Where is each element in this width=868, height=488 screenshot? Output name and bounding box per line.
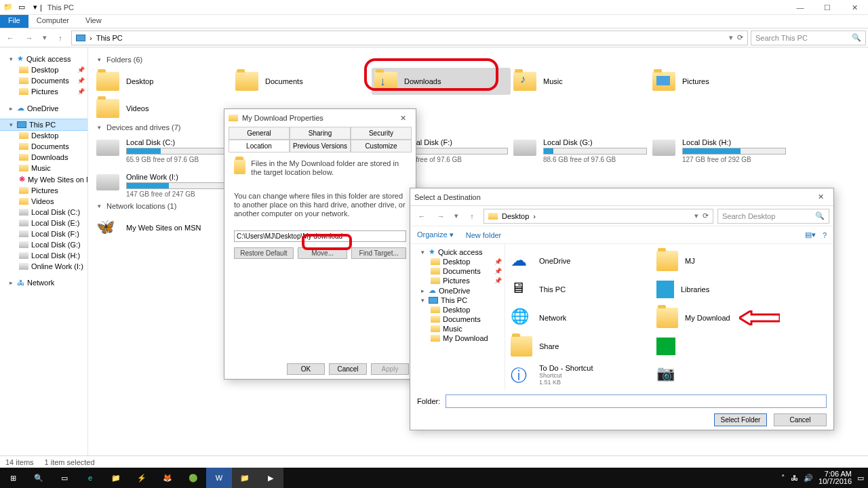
drive-i[interactable]: Online Work (I:)147 GB free of 247 GB <box>94 170 233 201</box>
tile-network[interactable]: 🌐Network <box>508 304 654 332</box>
taskbar-edge[interactable]: e <box>77 468 103 488</box>
search-input[interactable]: Search Desktop🔍 <box>717 209 829 224</box>
nav-back-button[interactable]: ← <box>414 209 429 224</box>
nav-item[interactable]: Desktop <box>410 305 505 314</box>
start-button[interactable]: ⊞ <box>0 468 26 488</box>
nav-item[interactable]: Documents <box>410 314 505 324</box>
tab-general[interactable]: General <box>229 127 290 139</box>
tab-customize[interactable]: Customize <box>351 140 412 152</box>
address-box[interactable]: Desktop› ▾ ⟳ <box>484 209 713 224</box>
ok-button[interactable]: OK <box>287 363 325 375</box>
taskbar-clock[interactable]: 7:06 AM10/7/2016 <box>818 470 852 485</box>
search-button[interactable]: 🔍 <box>26 468 52 488</box>
nav-item[interactable]: Music <box>0 163 87 174</box>
minimize-button[interactable]: — <box>787 0 814 15</box>
nav-quick-access[interactable]: ▾★Quick access <box>0 53 87 64</box>
tile-this-pc[interactable]: 🖥This PC <box>508 275 654 304</box>
nav-item[interactable]: Local Disk (C:) <box>0 207 87 218</box>
nav-item[interactable]: Documents <box>0 141 87 152</box>
tab-computer[interactable]: Computer <box>28 15 77 28</box>
cancel-button[interactable]: Cancel <box>329 363 367 375</box>
nav-item-pictures[interactable]: Pictures📌 <box>0 86 87 97</box>
nav-item[interactable]: Local Disk (G:) <box>0 239 87 250</box>
nav-item[interactable]: Videos <box>0 196 87 207</box>
folder-name-field[interactable] <box>446 394 827 408</box>
nav-back-button[interactable]: ← <box>2 30 18 46</box>
nav-network[interactable]: ▸🖧Network <box>0 277 87 288</box>
tile-share[interactable]: Share <box>508 332 654 361</box>
nav-this-pc[interactable]: ▾This PC <box>410 296 505 305</box>
folder-downloads[interactable]: Downloads <box>372 68 511 95</box>
tab-file[interactable]: File <box>0 15 28 28</box>
nav-item[interactable]: Local Disk (E:) <box>0 218 87 228</box>
tile-onedrive[interactable]: ☁OneDrive <box>508 247 654 275</box>
maximize-button[interactable]: ☐ <box>814 0 841 15</box>
nav-item[interactable]: Music <box>410 324 505 333</box>
nav-up-button[interactable]: ↑ <box>52 30 68 46</box>
nav-forward-button[interactable]: → <box>21 30 37 46</box>
nav-onedrive[interactable]: ▸☁OneDrive <box>410 285 505 296</box>
nav-item[interactable]: Local Disk (H:) <box>0 250 87 261</box>
refresh-icon[interactable]: ⟳ <box>703 211 709 220</box>
tile-mj[interactable]: MJ <box>654 247 800 275</box>
find-target-button[interactable]: Find Target... <box>351 247 406 259</box>
tab-view[interactable]: View <box>77 15 110 28</box>
section-folders[interactable]: ▾Folders (6) <box>98 56 863 64</box>
select-folder-button[interactable]: Select Folder <box>714 413 767 426</box>
nav-quick-access[interactable]: ▾★Quick access <box>410 247 505 257</box>
view-options-button[interactable]: ▤▾ <box>805 230 816 239</box>
nav-history-button[interactable]: ▾ <box>452 209 460 224</box>
folder-documents[interactable]: Documents <box>233 68 372 95</box>
netloc-msn[interactable]: 🦋My Web Sites on MSN <box>94 214 233 241</box>
nav-item[interactable]: ❋My Web Sites on M <box>0 174 87 185</box>
folder-videos[interactable]: Videos <box>94 95 233 122</box>
tray-notifications-icon[interactable]: ▭ <box>857 474 864 483</box>
section-drives[interactable]: ▾Devices and drives (7) <box>98 123 863 131</box>
taskbar-firefox[interactable]: 🦊 <box>155 468 180 488</box>
drive-g[interactable]: Local Disk (G:)88.6 GB free of 97.6 GB <box>511 136 650 166</box>
location-path-field[interactable] <box>234 230 406 242</box>
tab-previous-versions[interactable]: Previous Versions <box>290 140 351 152</box>
tray-chevron-icon[interactable]: ˄ <box>781 474 785 483</box>
new-folder-button[interactable]: New folder <box>466 231 502 239</box>
tile-taskmgr[interactable] <box>654 332 800 361</box>
nav-history-button[interactable]: ▾ <box>40 30 50 46</box>
task-view-button[interactable]: ▭ <box>52 468 77 488</box>
folder-pictures[interactable]: Pictures <box>650 68 789 95</box>
tray-network-icon[interactable]: 🖧 <box>791 474 798 482</box>
search-input[interactable]: Search This PC 🔍 <box>751 30 866 45</box>
taskbar-explorer-active[interactable]: 📁 <box>232 468 258 488</box>
nav-onedrive[interactable]: ▸☁OneDrive <box>0 102 87 114</box>
tab-sharing[interactable]: Sharing <box>290 127 351 139</box>
drive-c[interactable]: Local Disk (C:)65.9 GB free of 97.6 GB <box>94 136 233 166</box>
dialog-close-button[interactable]: ✕ <box>394 114 412 123</box>
nav-item[interactable]: My Download <box>410 333 505 343</box>
nav-item[interactable]: Desktop <box>0 130 87 141</box>
folder-music[interactable]: Music <box>511 68 650 95</box>
nav-item[interactable]: Desktop📌 <box>410 257 505 266</box>
taskbar-app[interactable]: ⚡ <box>129 468 155 488</box>
apply-button[interactable]: Apply <box>371 363 409 375</box>
tile-todo-shortcut[interactable]: ⓘTo Do - ShortcutShortcut1.51 KB <box>508 361 654 389</box>
nav-up-button[interactable]: ↑ <box>465 209 479 224</box>
refresh-icon[interactable]: ⟳ <box>737 33 743 42</box>
nav-item[interactable]: Pictures📌 <box>410 276 505 285</box>
help-icon[interactable]: ? <box>823 231 827 239</box>
folder-desktop[interactable]: Desktop <box>94 68 233 95</box>
nav-item-desktop[interactable]: Desktop📌 <box>0 64 87 75</box>
nav-item[interactable]: Pictures <box>0 185 87 196</box>
nav-item[interactable]: Downloads <box>0 152 87 163</box>
taskbar-app2[interactable]: ▶ <box>258 468 283 488</box>
address-box[interactable]: › This PC ▾ ⟳ <box>71 30 748 45</box>
tab-location[interactable]: Location <box>229 140 290 152</box>
qat-properties-icon[interactable]: ▭ <box>17 3 26 12</box>
close-button[interactable]: ✕ <box>841 0 868 15</box>
restore-default-button[interactable]: Restore Default <box>234 247 294 259</box>
dialog-close-button[interactable]: ✕ <box>812 192 829 201</box>
nav-forward-button[interactable]: → <box>433 209 448 224</box>
taskbar-word[interactable]: W <box>206 468 232 488</box>
nav-item[interactable]: Documents📌 <box>410 266 505 276</box>
organize-menu[interactable]: Organize ▾ <box>417 230 454 239</box>
nav-item[interactable]: Online Work (I:) <box>0 261 87 272</box>
drive-h[interactable]: Local Disk (H:)127 GB free of 292 GB <box>650 136 789 166</box>
